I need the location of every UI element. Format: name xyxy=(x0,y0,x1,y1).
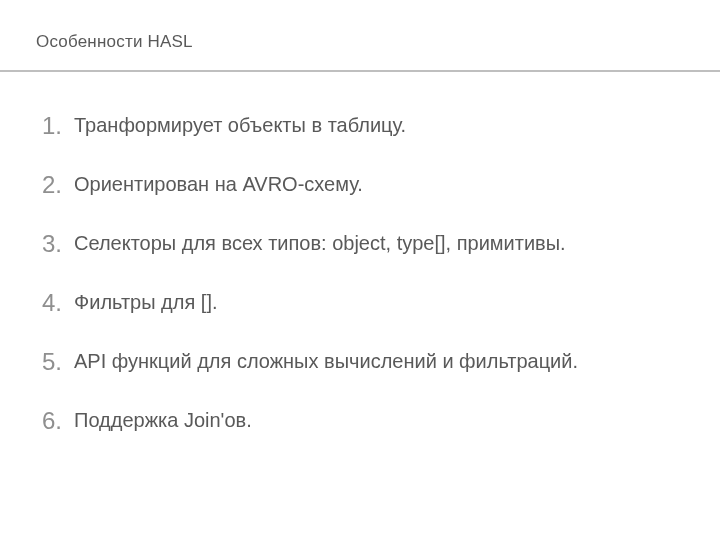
list-item: Ориентирован на AVRO-схему. xyxy=(54,171,700,198)
list-item: Транформирует объекты в таблицу. xyxy=(54,112,700,139)
list-item: Фильтры для []. xyxy=(54,289,700,316)
slide-title: Особенности HASL xyxy=(36,32,720,52)
slide: Особенности HASL Транформирует объекты в… xyxy=(0,0,720,540)
slide-body: Транформирует объекты в таблицу. Ориенти… xyxy=(0,80,720,434)
feature-list: Транформирует объекты в таблицу. Ориенти… xyxy=(20,112,700,434)
list-item: Поддержка Join'ов. xyxy=(54,407,700,434)
list-item: API функций для сложных вычислений и фил… xyxy=(54,348,700,375)
list-item: Селекторы для всех типов: object, type[]… xyxy=(54,230,700,257)
slide-header: Особенности HASL xyxy=(0,0,720,52)
header-divider xyxy=(0,70,720,72)
